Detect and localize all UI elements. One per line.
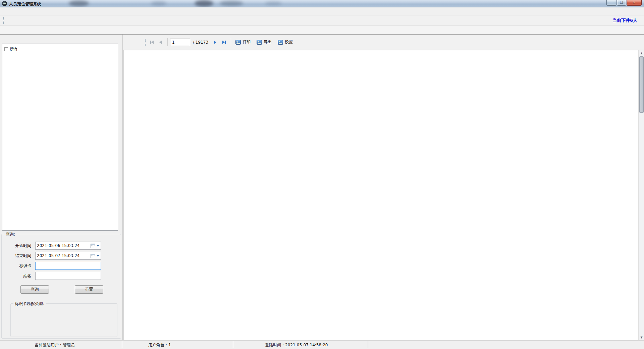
page-number-input[interactable]: [170, 39, 190, 46]
toolbar-grip-icon: [145, 39, 146, 46]
last-page-icon: [222, 40, 226, 44]
end-time-value: 2021-05-07 15:03:24: [37, 253, 91, 258]
next-page-icon: [213, 40, 217, 44]
export-button[interactable]: 导出: [255, 38, 274, 46]
image-icon: [278, 40, 283, 45]
first-page-button[interactable]: [148, 39, 156, 46]
card-match-type-groupbox: 标识卡匹配类型:: [10, 303, 117, 337]
start-time-value: 2021-05-06 15:03:24: [37, 243, 91, 248]
print-label: 打印: [243, 39, 251, 45]
app-icon: [2, 1, 7, 6]
card-id-label: 标识卡: [2, 263, 35, 269]
end-time-field[interactable]: 2021-05-07 15:03:24: [35, 252, 101, 260]
glass-smudge: [195, 0, 213, 7]
status-current-user: 当前登陆用户：管理员: [35, 342, 75, 348]
minimize-button[interactable]: —: [606, 0, 616, 6]
scrollbar-thumb[interactable]: [639, 56, 644, 113]
card-id-input[interactable]: [35, 262, 101, 270]
close-button[interactable]: ✕: [627, 0, 642, 6]
vertical-scrollbar[interactable]: ▲ ▼: [638, 50, 644, 340]
document-tab-bar: [0, 26, 644, 35]
scroll-down-icon[interactable]: ▼: [639, 335, 644, 340]
image-icon: [257, 40, 262, 45]
status-login-time: 登陆时间：2021-05-07 14:58:20: [265, 342, 328, 348]
content-area: − 所有 查询: 开始时间 2021-05-06 15:03:24 结束时间: [0, 35, 644, 340]
person-name-input[interactable]: [35, 272, 101, 280]
settings-button[interactable]: 设置: [276, 38, 295, 46]
menu-bar: [0, 7, 644, 15]
person-name-label: 姓名: [2, 273, 35, 279]
department-tree: − 所有: [2, 44, 118, 231]
end-time-label: 结束时间: [2, 253, 35, 259]
calendar-icon: [91, 254, 95, 258]
right-panel: / 19173 打印 导出 设置: [123, 35, 644, 340]
left-panel: − 所有 查询: 开始时间 2021-05-06 15:03:24 结束时间: [0, 35, 123, 340]
dropdown-arrow-icon[interactable]: [97, 255, 99, 257]
separator: [368, 341, 368, 348]
main-toolbar: 当前下井6人: [0, 15, 644, 26]
toolbar-grip-icon: [3, 17, 4, 24]
tree-item-root[interactable]: − 所有: [4, 46, 116, 52]
page-total-label: / 19173: [193, 40, 208, 45]
separator: [122, 341, 122, 348]
glass-smudge: [151, 1, 166, 6]
app-window: 人员定位管理系统 — ❐ ✕ 当前下井6人 − 所有 查: [0, 0, 644, 349]
data-grid: [123, 50, 638, 340]
start-time-label: 开始时间: [2, 243, 35, 249]
image-icon: [235, 40, 241, 45]
glass-smudge: [220, 1, 243, 6]
current-underground-count: 当前下井6人: [612, 17, 637, 23]
collapse-icon[interactable]: −: [4, 47, 8, 51]
separator: [231, 38, 231, 46]
tree-root-label: 所有: [10, 46, 18, 52]
title-bar: 人员定位管理系统 — ❐ ✕: [0, 0, 644, 7]
dropdown-arrow-icon[interactable]: [97, 245, 99, 247]
prev-page-button[interactable]: [157, 39, 164, 46]
first-page-icon: [150, 40, 154, 44]
glass-smudge: [69, 0, 89, 6]
next-page-button[interactable]: [212, 39, 219, 46]
query-group-label: 查询:: [4, 232, 16, 237]
start-time-field[interactable]: 2021-05-06 15:03:24: [35, 242, 101, 250]
glass-smudge: [265, 1, 282, 5]
pager-toolbar: / 19173 打印 导出 设置: [123, 35, 644, 50]
separator: [167, 38, 168, 46]
status-user-role: 用户角色：1: [148, 342, 171, 348]
search-button[interactable]: 查询: [20, 285, 49, 294]
card-match-type-label: 标识卡匹配类型:: [13, 301, 46, 307]
export-label: 导出: [264, 39, 272, 45]
calendar-icon: [91, 244, 95, 248]
maximize-button[interactable]: ❐: [617, 0, 626, 6]
last-page-button[interactable]: [220, 39, 227, 46]
status-bar: 当前登陆用户：管理员 用户角色：1 登陆时间：2021-05-07 14:58:…: [0, 340, 644, 349]
settings-label: 设置: [285, 39, 293, 45]
scroll-up-icon[interactable]: ▲: [639, 50, 644, 56]
prev-page-icon: [158, 40, 162, 44]
reset-button[interactable]: 重置: [75, 285, 103, 294]
print-button[interactable]: 打印: [233, 38, 253, 46]
window-title: 人员定位管理系统: [9, 1, 41, 7]
separator: [233, 341, 233, 348]
query-groupbox: 查询: 开始时间 2021-05-06 15:03:24 结束时间 2021-0…: [1, 234, 121, 339]
